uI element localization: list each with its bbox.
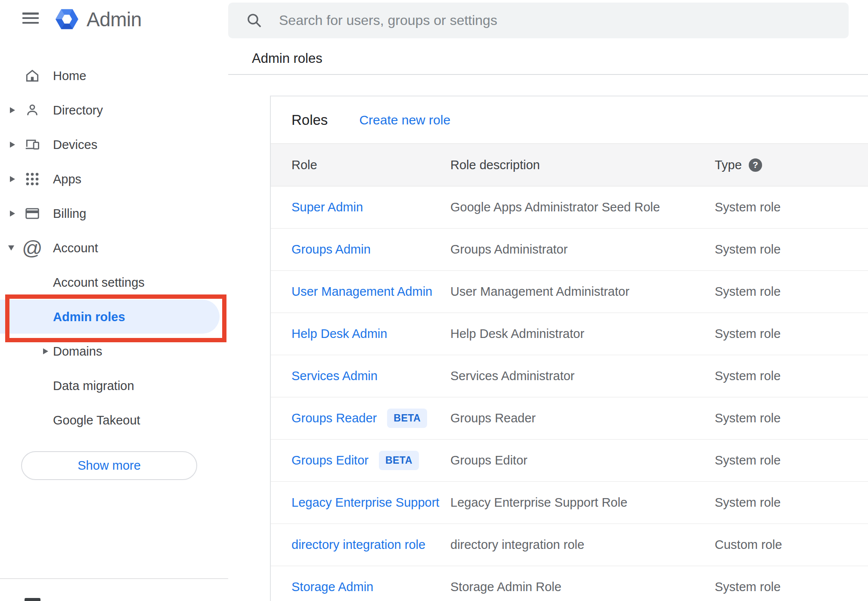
role-link[interactable]: Groups Reader bbox=[291, 411, 377, 425]
show-more-button[interactable]: Show more bbox=[21, 451, 197, 480]
table-row: Groups Editor BETA Groups Editor System … bbox=[271, 440, 868, 482]
sidebar-item-label: Account bbox=[53, 241, 98, 255]
role-link[interactable]: Groups Admin bbox=[291, 242, 371, 257]
role-type-cell: System role bbox=[715, 580, 868, 594]
role-description-cell: directory integration role bbox=[450, 538, 715, 552]
admin-logo[interactable]: Admin bbox=[55, 7, 142, 31]
role-type-cell: System role bbox=[715, 496, 868, 510]
role-type-cell: System role bbox=[715, 285, 868, 299]
role-link[interactable]: Groups Editor bbox=[291, 453, 369, 468]
sidebar-item-label: Account settings bbox=[53, 276, 145, 290]
role-link[interactable]: Services Admin bbox=[291, 369, 378, 383]
role-description-cell: Groups Editor bbox=[450, 453, 715, 468]
role-link[interactable]: Help Desk Admin bbox=[291, 327, 387, 341]
sidebar-item-label: Domains bbox=[53, 344, 102, 359]
search-icon bbox=[245, 12, 263, 29]
role-link[interactable]: User Management Admin bbox=[291, 285, 432, 299]
role-type-cell: System role bbox=[715, 327, 868, 341]
table-row: Groups Admin Groups Administrator System… bbox=[271, 229, 868, 271]
sidebar-item-home[interactable]: Home bbox=[0, 59, 228, 93]
search-input[interactable] bbox=[278, 12, 849, 29]
column-header-type: Type ? bbox=[715, 158, 868, 172]
table-header-row: Role Role description Type ? bbox=[271, 143, 868, 186]
role-description-cell: Help Desk Administrator bbox=[450, 327, 715, 341]
role-description-cell: User Management Administrator bbox=[450, 285, 715, 299]
role-description-cell: Storage Admin Role bbox=[450, 580, 715, 594]
admin-logo-text: Admin bbox=[87, 8, 142, 31]
role-type-cell: System role bbox=[715, 411, 868, 425]
apps-icon bbox=[24, 171, 40, 187]
table-row: directory integration role directory int… bbox=[271, 524, 868, 566]
beta-badge: BETA bbox=[379, 451, 419, 470]
card-header: Roles Create new role bbox=[271, 96, 868, 143]
sidebar-item-label: Admin roles bbox=[53, 310, 125, 324]
sidebar-item-data-migration[interactable]: Data migration bbox=[0, 369, 228, 403]
chevron-down-icon[interactable] bbox=[8, 245, 14, 251]
role-type-cell: System role bbox=[715, 369, 868, 383]
sidebar-item-label: Home bbox=[53, 69, 86, 83]
breadcrumb-divider bbox=[228, 74, 868, 75]
sidebar-item-directory[interactable]: Directory bbox=[0, 93, 228, 127]
role-link[interactable]: Legacy Enterprise Support bbox=[291, 496, 439, 510]
table-row: Storage Admin Storage Admin Role System … bbox=[271, 566, 868, 601]
role-description-cell: Services Administrator bbox=[450, 369, 715, 383]
chevron-right-icon[interactable] bbox=[10, 107, 15, 113]
chevron-right-icon[interactable] bbox=[10, 211, 15, 217]
role-type-cell: System role bbox=[715, 453, 868, 468]
sidebar-item-label: Apps bbox=[53, 172, 81, 186]
role-type-cell: System role bbox=[715, 242, 868, 257]
beta-badge: BETA bbox=[387, 409, 427, 428]
table-row: Groups Reader BETA Groups Reader System … bbox=[271, 397, 868, 440]
sidebar-item-label: Directory bbox=[53, 103, 103, 118]
sidebar-item-account[interactable]: @ Account bbox=[0, 231, 228, 265]
table-row: Help Desk Admin Help Desk Administrator … bbox=[271, 313, 868, 355]
role-description-cell: Legacy Enterprise Support Role bbox=[450, 496, 715, 510]
role-description-cell: Groups Reader bbox=[450, 411, 715, 425]
sidebar-item-label: Google Takeout bbox=[53, 413, 140, 428]
sidebar: Admin Home Directory bbox=[0, 0, 228, 601]
role-link[interactable]: Storage Admin bbox=[291, 580, 373, 594]
roles-card: Roles Create new role Role Role descript… bbox=[270, 96, 868, 601]
account-icon: @ bbox=[22, 238, 43, 258]
search-bar[interactable] bbox=[228, 3, 849, 38]
create-new-role-link[interactable]: Create new role bbox=[359, 113, 450, 127]
menu-icon[interactable] bbox=[22, 12, 39, 24]
table-row: User Management Admin User Management Ad… bbox=[271, 271, 868, 313]
sidebar-footer-icon bbox=[25, 598, 40, 601]
role-link[interactable]: Super Admin bbox=[291, 200, 363, 214]
sidebar-item-billing[interactable]: Billing bbox=[0, 196, 228, 231]
help-icon[interactable]: ? bbox=[749, 158, 762, 172]
chevron-right-icon[interactable] bbox=[10, 142, 15, 148]
breadcrumb: Admin roles bbox=[252, 51, 322, 66]
table-row: Legacy Enterprise Support Legacy Enterpr… bbox=[271, 482, 868, 524]
admin-logo-icon bbox=[55, 7, 79, 31]
sidebar-item-devices[interactable]: Devices bbox=[0, 127, 228, 162]
column-header-role: Role bbox=[291, 158, 450, 172]
role-link[interactable]: directory integration role bbox=[291, 538, 425, 552]
card-title: Roles bbox=[291, 112, 328, 128]
sidebar-bottom-divider bbox=[0, 578, 228, 579]
table-row: Super Admin Google Apps Administrator Se… bbox=[271, 186, 868, 229]
chevron-right-icon[interactable] bbox=[43, 348, 48, 354]
table-body: Super Admin Google Apps Administrator Se… bbox=[271, 186, 868, 601]
sidebar-item-label: Data migration bbox=[53, 379, 134, 393]
role-type-cell: Custom role bbox=[715, 538, 868, 552]
sidebar-item-label: Devices bbox=[53, 138, 97, 152]
directory-icon bbox=[24, 102, 40, 118]
sidebar-item-domains[interactable]: Domains bbox=[0, 334, 228, 369]
role-type-cell: System role bbox=[715, 200, 868, 214]
billing-icon bbox=[24, 205, 40, 222]
role-description-cell: Google Apps Administrator Seed Role bbox=[450, 200, 715, 214]
devices-icon bbox=[24, 136, 40, 153]
sidebar-item-admin-roles[interactable]: Admin roles bbox=[0, 300, 228, 334]
sidebar-item-apps[interactable]: Apps bbox=[0, 162, 228, 196]
sidebar-item-label: Billing bbox=[53, 207, 86, 221]
column-header-role-description: Role description bbox=[450, 158, 715, 172]
sidebar-item-google-takeout[interactable]: Google Takeout bbox=[0, 403, 228, 437]
role-description-cell: Groups Administrator bbox=[450, 242, 715, 257]
sidebar-item-account-settings[interactable]: Account settings bbox=[0, 265, 228, 300]
table-row: Services Admin Services Administrator Sy… bbox=[271, 355, 868, 397]
home-icon bbox=[24, 68, 40, 84]
chevron-right-icon[interactable] bbox=[10, 176, 15, 182]
sidebar-nav: Home Directory Devices bbox=[0, 59, 228, 437]
